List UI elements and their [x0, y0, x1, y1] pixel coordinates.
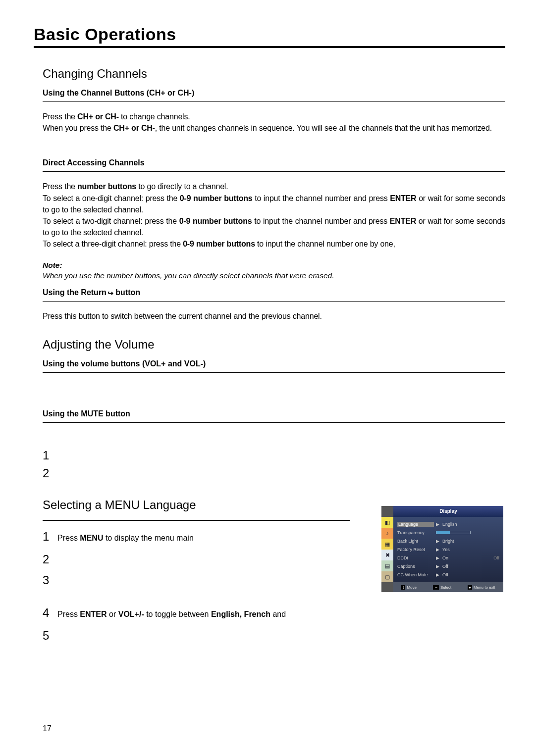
para-return: Press this button to switch between the … [43, 310, 505, 322]
osd-tab-icon: ▤ [381, 560, 393, 571]
heading-adjust-volume: Adjusting the Volume [43, 338, 505, 352]
osd-row-cc-mute: CC When Mute▶Off [397, 570, 499, 579]
para-direct-access: Press the number buttons to go directly … [43, 181, 505, 250]
note-block: Note: When you use the number buttons, y… [43, 260, 505, 281]
heading-changing-channels: Changing Channels [43, 67, 505, 81]
osd-tab-icon: ♪ [381, 528, 393, 539]
volume-step-1: 1 [43, 447, 505, 464]
osd-row-transparency: Transparency [397, 528, 499, 537]
subheading-channel-buttons: Using the Channel Buttons (CH+ or CH-) [43, 89, 505, 102]
osd-row-language: Language▶English [397, 520, 499, 528]
subheading-volume-buttons: Using the volume buttons (VOL+ and VOL-) [43, 359, 505, 373]
osd-title: Display [393, 506, 503, 517]
rule [43, 520, 350, 521]
osd-row-dcdi: DCDi▶OnOff [397, 554, 499, 562]
osd-tab-icon: ▢ [381, 571, 393, 582]
para-press-ch: Press the CH+ or CH- to change channels.… [43, 111, 505, 134]
osd-tab-icon: ▦ [381, 539, 393, 550]
osd-tab-icon: ◧ [381, 517, 393, 528]
osd-row-captions: Captions▶Off [397, 562, 499, 570]
osd-row-backlight: Back Light▶Bright [397, 537, 499, 545]
menu-step-5: 5 [43, 627, 505, 645]
osd-hint-move: ↕Move [401, 585, 417, 590]
osd-row-factory-reset: Factory Reset▶Yes [397, 545, 499, 554]
subheading-direct-access: Direct Accessing Channels [43, 158, 505, 172]
page-title: Basic Operations [34, 25, 505, 48]
osd-hint-exit: ●Menu to exit [468, 585, 495, 590]
menu-step-4: 4 Press ENTER or VOL+/- to toggle betwee… [43, 604, 505, 622]
page-number: 17 [43, 724, 52, 733]
slider-icon [436, 531, 471, 534]
osd-tab-icon: ✖ [381, 550, 393, 560]
volume-step-2: 2 [43, 464, 505, 482]
return-icon: ↩ [107, 289, 113, 297]
osd-display-menu: Display ◧ ♪ ▦ ✖ ▤ ▢ Language▶English Tra… [381, 506, 503, 592]
osd-hint-select: ↔Select [433, 585, 451, 590]
subheading-mute: Using the MUTE button [43, 409, 505, 423]
subheading-return-button: Using the Return ↩button [43, 288, 505, 302]
